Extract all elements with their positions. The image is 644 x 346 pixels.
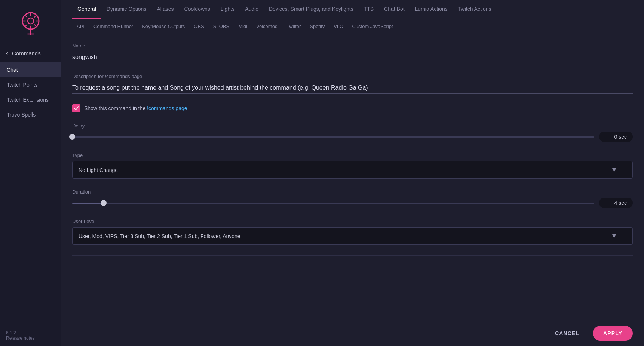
type-field-group: Type No Light Change ▼ [72, 152, 633, 179]
tab-key-mouse[interactable]: Key/Mouse Outputs [138, 19, 189, 34]
tab-api[interactable]: API [72, 19, 89, 34]
type-label: Type [72, 152, 633, 158]
duration-slider-row: 4 sec [72, 198, 633, 208]
tab-tts[interactable]: TTS [359, 0, 379, 19]
sidebar-footer: 6.1.2 Release notes [0, 325, 61, 346]
tab-twitter[interactable]: Twitter [282, 19, 305, 34]
sidebar-back[interactable]: ‹ Commands [0, 46, 61, 61]
name-input[interactable] [72, 52, 633, 63]
form-content: Name Description for !commands page Show… [61, 34, 644, 346]
sidebar: ‹ Commands Chat Twitch Points Twitch Ext… [0, 0, 61, 346]
tab-lumia-actions[interactable]: Lumia Actions [410, 0, 453, 19]
user-level-field-group: User Level User, Mod, VIPS, Tier 3 Sub, … [72, 219, 633, 245]
description-field-group: Description for !commands page [72, 74, 633, 94]
back-arrow-icon: ‹ [6, 49, 8, 57]
tab-slobs[interactable]: SLOBS [209, 19, 234, 34]
tabs-row-1: General Dynamic Options Aliases Cooldown… [61, 0, 644, 19]
tabs-row-2: API Command Runner Key/Mouse Outputs OBS… [61, 19, 644, 34]
delay-slider-row: 0 sec [72, 132, 633, 142]
tab-obs[interactable]: OBS [189, 19, 208, 34]
svg-line-6 [25, 15, 27, 17]
duration-value-box: 4 sec [599, 198, 633, 208]
description-label: Description for !commands page [72, 74, 633, 79]
tab-dynamic-options[interactable]: Dynamic Options [101, 0, 152, 19]
name-field-group: Name [72, 43, 633, 63]
user-level-dropdown-arrow-icon: ▼ [611, 232, 617, 240]
tab-general[interactable]: General [72, 0, 101, 19]
tab-voicemod[interactable]: Voicemod [252, 19, 282, 34]
tab-midi[interactable]: Midi [234, 19, 252, 34]
type-dropdown[interactable]: No Light Change ▼ [72, 161, 633, 179]
sidebar-item-chat-label: Chat [7, 67, 18, 73]
duration-slider-wrap [72, 199, 594, 207]
tab-spotify[interactable]: Spotify [305, 19, 329, 34]
delay-field-group: Delay 0 sec [72, 123, 633, 142]
user-level-dropdown[interactable]: User, Mod, VIPS, Tier 3 Sub, Tier 2 Sub,… [72, 227, 633, 245]
sidebar-item-trovo-spells-label: Trovo Spells [7, 112, 36, 118]
name-label: Name [72, 43, 633, 49]
bottom-divider [72, 255, 633, 256]
user-level-label: User Level [72, 219, 633, 224]
duration-label: Duration [72, 189, 633, 195]
delay-label: Delay [72, 123, 633, 129]
tab-audio[interactable]: Audio [240, 0, 264, 19]
sidebar-item-twitch-extensions-label: Twitch Extensions [7, 97, 49, 103]
delay-value-box: 0 sec [599, 132, 633, 142]
sidebar-item-trovo-spells[interactable]: Trovo Spells [0, 107, 61, 122]
tab-cooldowns[interactable]: Cooldowns [179, 0, 215, 19]
sidebar-item-twitch-points[interactable]: Twitch Points [0, 77, 61, 92]
main-content: General Dynamic Options Aliases Cooldown… [61, 0, 644, 346]
sidebar-nav: Chat Twitch Points Twitch Extensions Tro… [0, 62, 61, 122]
sidebar-back-label: Commands [12, 50, 41, 56]
tab-chat-bot[interactable]: Chat Bot [379, 0, 410, 19]
show-command-label: Show this command in the !commands page [84, 105, 187, 111]
delay-slider-track [72, 136, 594, 138]
tab-command-runner[interactable]: Command Runner [89, 19, 138, 34]
duration-slider-thumb[interactable] [101, 200, 107, 206]
cancel-button[interactable]: CANCEL [548, 327, 587, 340]
bottom-bar: CANCEL APPLY [61, 320, 644, 346]
tab-custom-js[interactable]: Custom JavaScript [347, 19, 397, 34]
duration-slider-track [72, 203, 594, 204]
tab-devices[interactable]: Devices, Smart Plugs, and Keylights [264, 0, 359, 19]
svg-point-1 [28, 18, 34, 24]
sidebar-item-twitch-extensions[interactable]: Twitch Extensions [0, 92, 61, 107]
type-dropdown-arrow-icon: ▼ [611, 166, 617, 174]
apply-button[interactable]: APPLY [593, 326, 633, 341]
svg-line-8 [34, 15, 37, 17]
delay-slider-thumb[interactable] [69, 134, 75, 140]
duration-field-group: Duration 4 sec [72, 189, 633, 208]
version-label: 6.1.2 [6, 330, 55, 336]
description-input[interactable] [72, 82, 633, 94]
svg-line-7 [34, 25, 37, 27]
duration-slider-fill [72, 203, 104, 204]
tab-twitch-actions[interactable]: Twitch Actions [453, 0, 497, 19]
tab-vlc[interactable]: VLC [329, 19, 347, 34]
release-notes-link[interactable]: Release notes [6, 336, 55, 341]
commands-page-link[interactable]: !commands page [147, 105, 187, 111]
tab-lights[interactable]: Lights [215, 0, 240, 19]
logo [0, 4, 61, 46]
show-command-row: Show this command in the !commands page [72, 104, 633, 112]
delay-slider-wrap [72, 133, 594, 140]
sidebar-item-chat[interactable]: Chat [0, 62, 61, 77]
svg-line-9 [25, 25, 27, 27]
sidebar-item-twitch-points-label: Twitch Points [7, 82, 37, 88]
show-command-checkbox[interactable] [72, 104, 80, 112]
tab-aliases[interactable]: Aliases [151, 0, 179, 19]
